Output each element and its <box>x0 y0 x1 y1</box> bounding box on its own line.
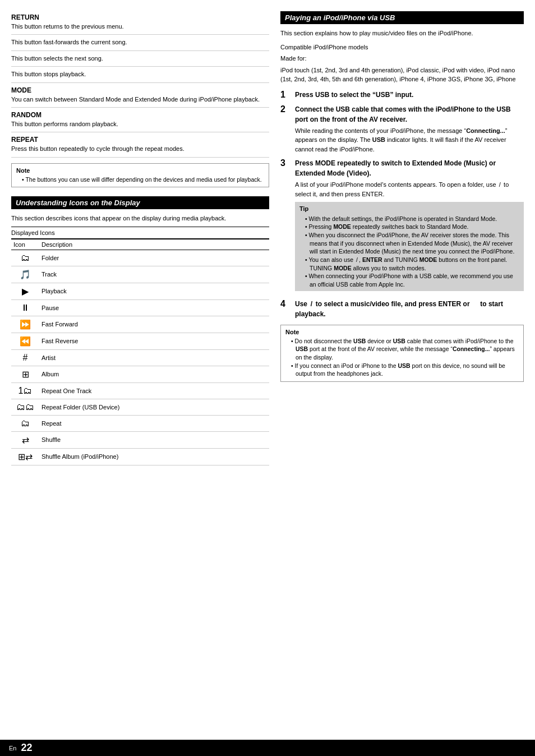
tip-item: Pressing MODE repeatedly switches back t… <box>305 223 519 231</box>
step-content: Connect the USB cable that comes with th… <box>295 104 524 154</box>
compat-label: Compatible iPod/iPhone models <box>280 43 524 52</box>
desc-cell: Track <box>39 266 269 283</box>
table-row: ⊞⇄ Shuffle Album (iPod/iPhone) <box>11 448 269 465</box>
icons-intro: This section describes icons that appear… <box>11 214 269 223</box>
content-area: RETURN This button returns to the previo… <box>0 0 535 740</box>
icon-cell: 🗂 <box>11 415 39 431</box>
button-name-random: RANDOM <box>11 111 269 119</box>
right-note-item: Do not disconnect the USB device or USB … <box>291 337 519 362</box>
desc-cell: Pause <box>39 299 269 316</box>
step-title: Press USB to select the “USB” input. <box>295 90 524 100</box>
table-row: ⏸ Pause <box>11 299 269 316</box>
icon-cell: ▶ <box>11 283 39 299</box>
button-desc-return: This button returns to the previous menu… <box>11 22 269 31</box>
footer-page-number: 22 <box>21 742 32 754</box>
button-entry-next: This button selects the next song. <box>11 52 269 67</box>
left-note-box: Note The buttons you can use will differ… <box>11 163 269 188</box>
button-desc-repeat: Press this button repeatedly to cycle th… <box>11 145 269 153</box>
button-name-repeat: REPEAT <box>11 136 269 144</box>
desc-cell: Repeat One Track <box>39 382 269 399</box>
footer-lang: En <box>9 745 16 752</box>
table-row: 🗂🗂 Repeat Folder (USB Device) <box>11 399 269 415</box>
button-desc-next: This button selects the next song. <box>11 54 269 63</box>
table-row: 🗂 Folder <box>11 250 269 266</box>
right-note-item: If you connect an iPod or iPhone to the … <box>291 362 519 378</box>
icon-cell: ⇄ <box>11 431 39 448</box>
icon-cell: 🗂🗂 <box>11 399 39 415</box>
step-number: 1 <box>280 90 290 100</box>
step-4: 4 Use / to select a music/video file, an… <box>280 299 524 319</box>
col-header-desc: Description <box>39 239 269 250</box>
button-desc-stop: This button stops playback. <box>11 70 269 79</box>
step-content: Use / to select a music/video file, and … <box>295 299 524 319</box>
tip-item: With the default settings, the iPod/iPho… <box>305 215 519 223</box>
table-label: Displayed Icons <box>11 227 269 236</box>
step-2: 2 Connect the USB cable that comes with … <box>280 104 524 154</box>
step-number: 3 <box>280 158 290 294</box>
page: RETURN This button returns to the previo… <box>0 0 535 756</box>
button-desc-mode: You can switch between Standard Mode and… <box>11 95 269 104</box>
icon-cell: ⏩ <box>11 316 39 333</box>
button-name-mode: MODE <box>11 86 269 94</box>
right-note-box: Note Do not disconnect the USB device or… <box>280 325 524 382</box>
table-row: ⊞ Album <box>11 366 269 382</box>
tip-box: TipWith the default settings, the iPod/i… <box>295 202 524 291</box>
icon-cell: 1🗂 <box>11 382 39 399</box>
right-note-label: Note <box>285 329 519 335</box>
desc-cell: Playback <box>39 283 269 299</box>
step-body: A list of your iPod/iPhone model’s conte… <box>295 180 524 199</box>
made-for: Made for: <box>280 54 524 63</box>
desc-cell: Shuffle Album (iPod/iPhone) <box>39 448 269 465</box>
tip-item: You can also use / , ENTER and TUNING MO… <box>305 256 519 272</box>
step-body: While reading the contents of your iPod/… <box>295 126 524 154</box>
button-entry-ff: This button fast-forwards the current so… <box>11 36 269 50</box>
tip-label: Tip <box>299 204 519 214</box>
button-name-return: RETURN <box>11 13 269 21</box>
icon-cell: 🗂 <box>11 250 39 266</box>
steps-container: 1 Press USB to select the “USB” input. 2… <box>280 90 524 319</box>
footer-bar: En 22 <box>0 740 535 756</box>
left-note-item-0: The buttons you can use will differ depe… <box>22 176 264 184</box>
compat-devices: iPod touch (1st, 2nd, 3rd and 4th genera… <box>280 66 524 84</box>
icon-cell: ⏪ <box>11 333 39 349</box>
table-row: ▶ Playback <box>11 283 269 299</box>
button-list: RETURN This button returns to the previo… <box>11 11 269 158</box>
button-entry-stop: This button stops playback. <box>11 68 269 82</box>
step-3: 3 Press MODE repeatedly to switch to Ext… <box>280 158 524 294</box>
step-title: Use / to select a music/video file, and … <box>295 299 524 319</box>
step-title: Connect the USB cable that comes with th… <box>295 104 524 125</box>
icon-cell: 🎵 <box>11 266 39 283</box>
tip-item: When connecting your iPod/iPhone with a … <box>305 272 519 288</box>
button-desc-random: This button performs random playback. <box>11 120 269 128</box>
icons-table: Icon Description 🗂 Folder 🎵 Track ▶ Play… <box>11 238 269 465</box>
step-number: 4 <box>280 299 290 319</box>
right-column: Playing an iPod/iPhone via USB This sect… <box>280 11 524 734</box>
step-content: Press USB to select the “USB” input. <box>295 90 524 100</box>
desc-cell: Album <box>39 366 269 382</box>
left-note-label: Note <box>16 167 264 174</box>
table-row: ⏪ Fast Reverse <box>11 333 269 349</box>
desc-cell: Artist <box>39 349 269 366</box>
right-section-title: Playing an iPod/iPhone via USB <box>280 11 524 24</box>
table-row: 🗂 Repeat <box>11 415 269 431</box>
table-row: 1🗂 Repeat One Track <box>11 382 269 399</box>
button-entry-mode: MODE You can switch between Standard Mod… <box>11 84 269 108</box>
step-1: 1 Press USB to select the “USB” input. <box>280 90 524 100</box>
button-desc-ff: This button fast-forwards the current so… <box>11 38 269 47</box>
icon-cell: ⊞ <box>11 366 39 382</box>
step-number: 2 <box>280 104 290 154</box>
table-row: ⇄ Shuffle <box>11 431 269 448</box>
right-intro: This section explains how to play music/… <box>280 29 524 38</box>
col-header-icon: Icon <box>11 239 39 250</box>
icon-cell: ⏸ <box>11 299 39 316</box>
desc-cell: Fast Reverse <box>39 333 269 349</box>
left-column: RETURN This button returns to the previo… <box>11 11 269 734</box>
desc-cell: Repeat Folder (USB Device) <box>39 399 269 415</box>
table-row: ⏩ Fast Forward <box>11 316 269 333</box>
desc-cell: Repeat <box>39 415 269 431</box>
table-row: 🎵 Track <box>11 266 269 283</box>
step-content: Press MODE repeatedly to switch to Exten… <box>295 158 524 294</box>
desc-cell: Folder <box>39 250 269 266</box>
button-entry-return: RETURN This button returns to the previo… <box>11 11 269 35</box>
desc-cell: Shuffle <box>39 431 269 448</box>
